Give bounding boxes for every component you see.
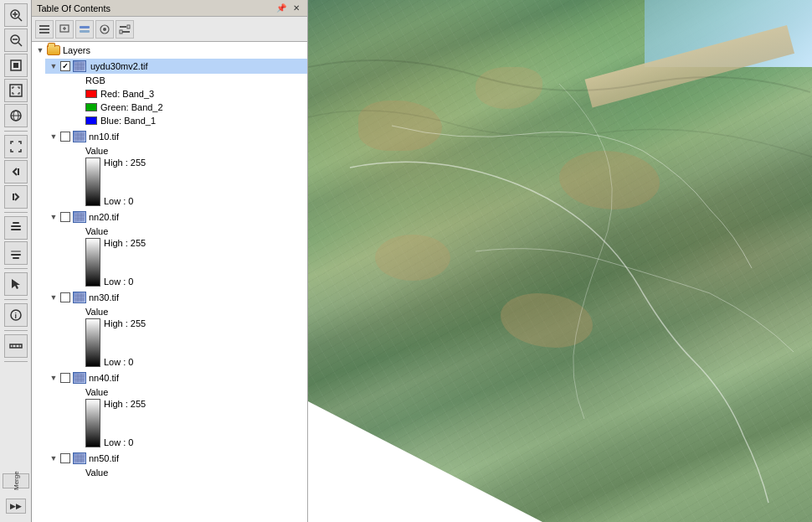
toc-toolbar [32, 17, 307, 42]
nn40-checkbox[interactable] [60, 373, 70, 383]
toc-options-button[interactable] [116, 20, 134, 39]
layer-off-button[interactable] [4, 241, 28, 265]
full-screen-button[interactable] [4, 135, 28, 158]
separator-6 [4, 361, 28, 362]
layer-nn30-item: ▼ nn30.tif Value [32, 289, 307, 370]
svg-rect-15 [11, 225, 21, 227]
svg-rect-18 [11, 251, 21, 252]
svg-rect-41 [120, 30, 122, 34]
nn40-raster-icon [73, 372, 86, 384]
uydu30mv2-checkbox[interactable] [60, 61, 70, 71]
layers-root-row[interactable]: ▼ Layers [32, 43, 307, 58]
zoom-in-button[interactable] [4, 3, 28, 27]
nn20-checkbox[interactable] [60, 212, 70, 222]
app-window: i Merge ▶▶ Table Of Contents 📌 ✕ [0, 0, 812, 522]
toc-list-view-button[interactable] [35, 20, 54, 39]
svg-rect-38 [120, 26, 126, 28]
nn50-value-label: Value [85, 468, 307, 478]
svg-rect-40 [122, 31, 130, 33]
zoom-out-button[interactable] [4, 28, 28, 52]
layer-nn10-row[interactable]: ▼ nn10.tif [45, 129, 307, 144]
svg-rect-29 [39, 28, 49, 30]
nn20-raster-icon [73, 211, 86, 223]
layers-label: Layers [63, 45, 90, 55]
merge-button[interactable]: Merge [3, 473, 29, 488]
toc-title-icons: 📌 ✕ [275, 3, 302, 14]
map-view[interactable] [308, 0, 812, 522]
nn20-expander[interactable]: ▼ [49, 212, 59, 222]
svg-rect-34 [80, 26, 90, 28]
layer-uydu30mv2-row[interactable]: ▼ uydu30mv2.tif [45, 59, 307, 74]
svg-rect-16 [11, 229, 21, 230]
svg-rect-42 [75, 62, 85, 70]
toc-close-button[interactable]: ✕ [290, 3, 302, 14]
toc-layer-group-button[interactable] [75, 20, 94, 39]
nn20-high-label: High : 255 [104, 238, 146, 248]
svg-marker-21 [12, 279, 20, 289]
layer-nn20-item: ▼ nn20.tif Value [32, 209, 307, 289]
nn10-checkbox[interactable] [60, 132, 70, 142]
layer-nn20-row[interactable]: ▼ nn20.tif [45, 209, 307, 225]
toc-panel: Table Of Contents 📌 ✕ [32, 0, 308, 522]
nn40-expander[interactable]: ▼ [49, 373, 59, 383]
svg-text:i: i [14, 312, 17, 320]
svg-point-37 [103, 28, 106, 31]
layers-expander[interactable]: ▼ [35, 45, 45, 55]
nn50-expander[interactable]: ▼ [49, 453, 59, 463]
nn10-low-label: Low : 0 [104, 196, 146, 206]
layer-on-button[interactable] [4, 216, 28, 240]
layer-nn30-row[interactable]: ▼ nn30.tif [45, 290, 307, 305]
nn30-checkbox[interactable] [60, 292, 70, 302]
blue-swatch [85, 116, 97, 125]
separator-5 [4, 330, 28, 331]
layer-nn50-item: ▼ nn50.tif Value [32, 450, 307, 478]
fixed-zoom-button[interactable] [4, 54, 28, 77]
nn20-low-label: Low : 0 [104, 277, 146, 287]
layer-nn50-row[interactable]: ▼ nn50.tif [45, 451, 307, 466]
svg-rect-47 [75, 132, 85, 141]
nn30-raster-icon [73, 292, 86, 303]
green-swatch [85, 103, 97, 111]
full-extent-button[interactable] [4, 79, 28, 102]
previous-extent-button[interactable] [4, 160, 28, 183]
nn40-high-label: High : 255 [104, 399, 146, 409]
uydu30mv2-raster-icon [73, 60, 86, 72]
nn40-label: nn40.tif [89, 373, 119, 383]
layers-folder-icon [47, 45, 60, 55]
nn40-low-label: Low : 0 [104, 437, 146, 447]
svg-rect-9 [10, 85, 22, 96]
toc-symbolize-button[interactable] [95, 20, 114, 39]
toc-title: Table Of Contents [37, 3, 110, 13]
nn50-checkbox[interactable] [60, 453, 70, 463]
svg-line-1 [18, 18, 22, 21]
blue-band-row: Blue: Band_1 [72, 114, 307, 127]
globe-button[interactable] [4, 104, 28, 127]
blue-band-label: Blue: Band_1 [100, 116, 156, 126]
svg-rect-52 [75, 213, 85, 221]
measure-button[interactable] [4, 334, 28, 358]
nn10-gradient-bar [85, 158, 100, 206]
identify-button[interactable]: i [4, 303, 28, 327]
svg-rect-67 [75, 454, 85, 463]
nn10-expander[interactable]: ▼ [49, 132, 59, 142]
expand-panel-button[interactable]: ▶▶ [6, 499, 26, 514]
rgb-label-row: RGB [72, 74, 307, 87]
nn30-expander[interactable]: ▼ [49, 292, 59, 302]
separator-4 [4, 299, 28, 300]
red-band-row: Red: Band_3 [72, 87, 307, 101]
toc-tree-container: ▼ Layers ▼ uydu30mv2.tif [32, 42, 307, 522]
svg-rect-39 [127, 25, 130, 28]
toc-tree[interactable]: ▼ Layers ▼ uydu30mv2.tif [32, 42, 307, 522]
toc-pin-button[interactable]: 📌 [275, 3, 287, 14]
toc-add-data-button[interactable] [55, 20, 74, 39]
nn30-value-label: Value [85, 307, 307, 318]
nn10-label: nn10.tif [89, 132, 119, 142]
svg-rect-17 [13, 222, 19, 224]
uydu30mv2-expander[interactable]: ▼ [49, 61, 59, 71]
separator-1 [4, 131, 28, 132]
next-extent-button[interactable] [4, 185, 28, 209]
select-tool-button[interactable] [4, 272, 28, 296]
layer-nn40-row[interactable]: ▼ nn40.tif [45, 370, 307, 385]
nn20-gradient-bar [85, 238, 100, 287]
svg-rect-62 [75, 374, 85, 382]
